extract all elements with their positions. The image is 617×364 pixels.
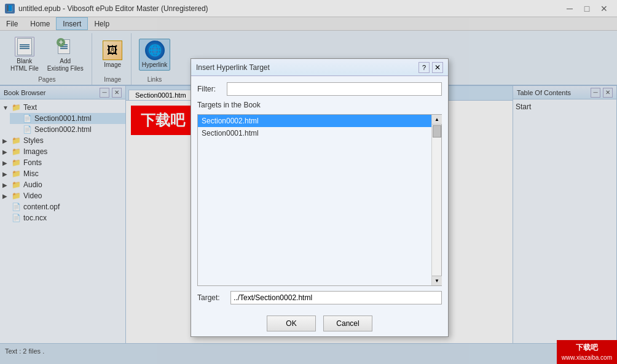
- targets-section-label: Targets in the Book: [197, 101, 442, 109]
- target-input[interactable]: [230, 291, 442, 304]
- targets-list[interactable]: Section0002.html Section0001.html: [198, 115, 431, 285]
- ok-button[interactable]: OK: [267, 316, 316, 331]
- target-label: Target:: [197, 293, 226, 302]
- filter-row: Filter:: [197, 82, 442, 96]
- dialog-body: Filter: Targets in the Book Section0002.…: [191, 76, 448, 311]
- list-scrollbar[interactable]: ▲ ▼: [431, 115, 441, 285]
- list-item-section0002[interactable]: Section0002.html: [198, 115, 431, 127]
- dialog-help-button[interactable]: ?: [419, 62, 430, 73]
- filter-input[interactable]: [227, 82, 442, 96]
- scroll-down-button[interactable]: ▼: [432, 276, 442, 285]
- cancel-button[interactable]: Cancel: [323, 316, 372, 331]
- list-item-section0001[interactable]: Section0001.html: [198, 127, 431, 139]
- target-row: Target:: [197, 291, 442, 304]
- targets-list-wrapper: Section0002.html Section0001.html ▲ ▼: [197, 114, 442, 286]
- filter-label: Filter:: [197, 85, 222, 93]
- scroll-up-button[interactable]: ▲: [432, 115, 442, 125]
- dialog-buttons: OK Cancel: [191, 311, 448, 336]
- insert-hyperlink-dialog: Insert Hyperlink Target ? ✕ Filter: Targ…: [191, 58, 449, 337]
- dialog-close-button[interactable]: ✕: [432, 62, 443, 73]
- dialog-titlebar: Insert Hyperlink Target ? ✕: [191, 59, 448, 76]
- scroll-thumb[interactable]: [433, 125, 441, 137]
- dialog-title: Insert Hyperlink Target: [196, 63, 416, 72]
- watermark: 下载吧www.xiazaiba.com: [557, 340, 617, 364]
- scroll-track: [432, 125, 441, 276]
- dialog-overlay: Insert Hyperlink Target ? ✕ Filter: Targ…: [0, 0, 617, 364]
